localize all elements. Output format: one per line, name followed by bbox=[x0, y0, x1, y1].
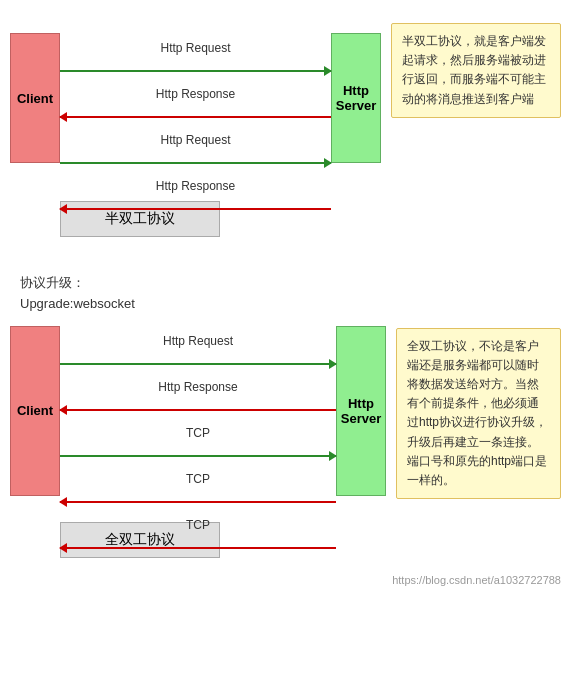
arrow-wrapper-3: Http Request bbox=[60, 133, 331, 177]
arrow2-row-2 bbox=[60, 396, 336, 424]
client-label-1: Client bbox=[17, 91, 53, 106]
watermark: https://blog.csdn.net/a1032722788 bbox=[392, 574, 561, 586]
arrow-right-1 bbox=[60, 70, 331, 72]
server-label-1: Http Server bbox=[336, 83, 376, 113]
server-box-1: Http Server bbox=[331, 33, 381, 163]
arrow-left-2 bbox=[60, 116, 331, 118]
arrows-container-2: Http Request Http Response TCP bbox=[60, 326, 336, 496]
arrow-label-2: Http Response bbox=[60, 87, 331, 101]
arrow2-left-5 bbox=[60, 547, 336, 549]
arrow2-left-4 bbox=[60, 501, 336, 503]
arrows-container-1: Http Request Http Response Http Request bbox=[60, 33, 331, 163]
section1-container: Client Http Request Http Response Http R… bbox=[0, 0, 571, 255]
arrow2-wrapper-5: TCP bbox=[60, 518, 336, 562]
arrow-label-1: Http Request bbox=[60, 41, 331, 55]
section2-container: 协议升级： Upgrade:websocket Client Http Requ… bbox=[0, 255, 571, 591]
arrow2-right-3 bbox=[60, 455, 336, 457]
arrow-wrapper-1: Http Request bbox=[60, 41, 331, 85]
arrow2-row-1 bbox=[60, 350, 336, 378]
note-box-1: 半双工协议，就是客户端发起请求，然后服务端被动进行返回，而服务端不可能主动的将消… bbox=[391, 23, 561, 118]
arrow2-label-4: TCP bbox=[60, 472, 336, 486]
upgrade-label: 协议升级： Upgrade:websocket bbox=[20, 273, 561, 315]
arrow2-wrapper-3: TCP bbox=[60, 426, 336, 470]
arrow2-right-1 bbox=[60, 363, 336, 365]
client-box-1: Client bbox=[10, 33, 60, 163]
arrow-right-3 bbox=[60, 162, 331, 164]
arrow-row-4 bbox=[60, 195, 331, 223]
arrow-row-1 bbox=[60, 57, 331, 85]
arrow2-label-5: TCP bbox=[60, 518, 336, 532]
arrow-label-3: Http Request bbox=[60, 133, 331, 147]
note-text-2: 全双工协议，不论是客户端还是服务端都可以随时将数据发送给对方。当然有个前提条件，… bbox=[407, 339, 547, 487]
arrow2-label-3: TCP bbox=[60, 426, 336, 440]
arrow2-left-2 bbox=[60, 409, 336, 411]
client-label-2: Client bbox=[17, 403, 53, 418]
arrow2-wrapper-1: Http Request bbox=[60, 334, 336, 378]
arrow-wrapper-4: Http Response bbox=[60, 179, 331, 223]
section1-diagram: Client Http Request Http Response Http R… bbox=[10, 18, 561, 178]
arrow2-row-3 bbox=[60, 442, 336, 470]
arrow-label-4: Http Response bbox=[60, 179, 331, 193]
arrow-left-4 bbox=[60, 208, 331, 210]
upgrade-line2: Upgrade:websocket bbox=[20, 294, 561, 315]
server-box-2: Http Server bbox=[336, 326, 386, 496]
arrow2-wrapper-4: TCP bbox=[60, 472, 336, 516]
arrow-row-2 bbox=[60, 103, 331, 131]
arrow-wrapper-2: Http Response bbox=[60, 87, 331, 131]
arrow2-row-4 bbox=[60, 488, 336, 516]
note-text-1: 半双工协议，就是客户端发起请求，然后服务端被动进行返回，而服务端不可能主动的将消… bbox=[402, 34, 546, 106]
arrow2-row-5 bbox=[60, 534, 336, 562]
arrow-row-3 bbox=[60, 149, 331, 177]
section2-diagram: Client Http Request Http Response TCP bbox=[10, 323, 561, 500]
arrow2-label-1: Http Request bbox=[60, 334, 336, 348]
server-label-2: Http Server bbox=[341, 396, 381, 426]
arrow2-label-2: Http Response bbox=[60, 380, 336, 394]
client-box-2: Client bbox=[10, 326, 60, 496]
arrow2-wrapper-2: Http Response bbox=[60, 380, 336, 424]
upgrade-line1: 协议升级： bbox=[20, 273, 561, 294]
note-box-2: 全双工协议，不论是客户端还是服务端都可以随时将数据发送给对方。当然有个前提条件，… bbox=[396, 328, 561, 500]
